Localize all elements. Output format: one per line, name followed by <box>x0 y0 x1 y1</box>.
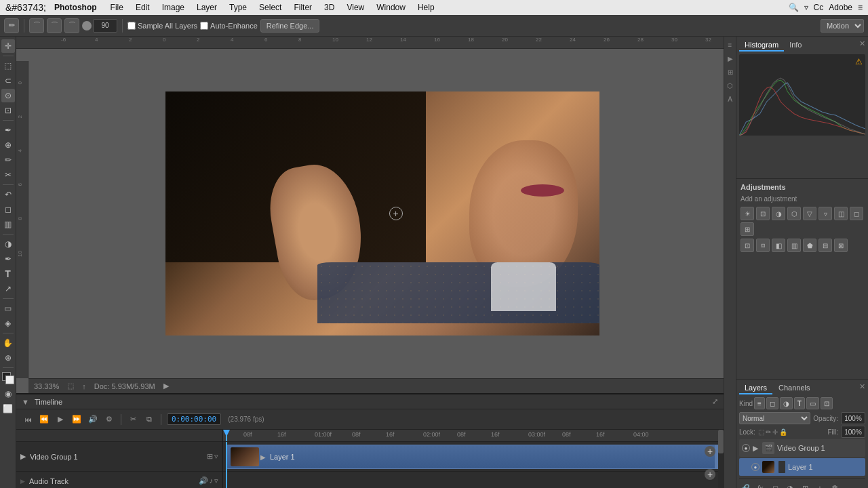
marquee-tool[interactable]: ⬚ <box>1 59 15 73</box>
settings-btn[interactable]: ⚙ <box>103 413 115 426</box>
adj-extra[interactable]: ⊠ <box>834 239 848 252</box>
pen-tool[interactable]: ✒ <box>1 252 15 266</box>
zoom-tool[interactable]: ⊕ <box>1 351 15 365</box>
spotlight-icon[interactable]: 🔍 <box>789 3 799 12</box>
track-settings-icon[interactable]: ▿ <box>214 452 218 461</box>
history-brush-tool[interactable]: ↶ <box>1 188 15 201</box>
playhead-indicator[interactable] <box>226 430 227 441</box>
kind-pixel[interactable]: ◻ <box>766 397 778 409</box>
info-tab[interactable]: Info <box>784 39 807 52</box>
adj-btn[interactable]: ◑ <box>784 482 796 488</box>
heal-tool[interactable]: ⊕ <box>1 138 15 152</box>
lock-transparent[interactable]: ⬚ <box>758 428 764 436</box>
refine-edge-btn[interactable]: Refine Edge... <box>260 19 320 33</box>
adj-colorbalance[interactable]: ▿ <box>818 207 832 220</box>
apple-menu[interactable]: &#63743; <box>5 2 46 13</box>
panel-icon-1[interactable]: ≡ <box>725 39 736 50</box>
video-group-visibility[interactable]: ● <box>742 444 750 452</box>
video-clip[interactable]: ▶ Layer 1 <box>226 445 721 469</box>
adj-photofilter[interactable]: ◻ <box>850 207 863 220</box>
lock-position[interactable]: ✛ <box>772 428 778 436</box>
lasso-tool[interactable]: ⊂ <box>1 74 15 87</box>
panel-icon-3[interactable]: ⊞ <box>725 66 736 77</box>
adj-threshold[interactable]: ◧ <box>772 239 785 252</box>
hist-close[interactable]: ✕ <box>859 39 865 52</box>
3d-tool[interactable]: ◈ <box>1 317 15 330</box>
sample-all-label[interactable]: Sample All Layers <box>127 22 197 30</box>
kind-smart[interactable]: ⊡ <box>821 397 833 409</box>
link-layers-btn[interactable]: 🔗 <box>739 482 751 488</box>
menu-filter[interactable]: Filter <box>288 1 317 14</box>
adj-gradient[interactable]: ▥ <box>787 239 801 252</box>
screen-mode-btn[interactable]: ⬜ <box>1 402 15 415</box>
play-btn-status[interactable]: ▶ <box>163 382 169 390</box>
new-layer-btn[interactable]: + <box>814 482 826 488</box>
collapse-icon[interactable]: ▼ <box>22 398 29 406</box>
channels-tab[interactable]: Channels <box>773 382 815 394</box>
dodge-tool[interactable]: ◑ <box>1 237 15 251</box>
layers-tab[interactable]: Layers <box>739 382 772 394</box>
type-tool[interactable]: T <box>1 267 15 281</box>
video-group-row[interactable]: ● ▶ 🎬 Video Group 1 <box>739 439 865 457</box>
adj-curves[interactable]: ⊡ <box>756 207 770 220</box>
tl-scrollbar[interactable] <box>718 430 724 488</box>
adj-hsl[interactable]: ▽ <box>803 207 816 220</box>
layers-close[interactable]: ✕ <box>859 382 865 394</box>
path-select-tool[interactable]: ↗ <box>1 282 15 296</box>
brush-size-input[interactable] <box>93 19 117 33</box>
menu-type[interactable]: Type <box>224 1 252 14</box>
brush-tool[interactable]: ✏ <box>1 153 15 167</box>
transition-btn[interactable]: ⧉ <box>143 413 155 426</box>
brush-alt-1[interactable]: ⌒ <box>29 18 44 33</box>
foreground-color[interactable] <box>2 372 14 384</box>
audio-mute-icon[interactable]: 🔊 <box>199 476 208 485</box>
brush-tool-btn[interactable]: ✏ <box>4 18 19 33</box>
histogram-tab[interactable]: Histogram <box>739 39 784 52</box>
kind-type[interactable]: T <box>794 397 805 409</box>
gradient-tool[interactable]: ▥ <box>1 218 15 231</box>
go-start-btn[interactable]: ⏮ <box>22 413 34 426</box>
panel-icon-4[interactable]: ⬡ <box>725 80 736 91</box>
lock-image[interactable]: ✏ <box>766 428 771 436</box>
brush-alt-3[interactable]: ⌒ <box>64 18 79 33</box>
layer1-visibility[interactable]: ● <box>751 463 760 471</box>
hand-tool[interactable]: ✋ <box>1 336 15 350</box>
adj-invert[interactable]: ⊡ <box>741 239 754 252</box>
canvas-image[interactable] <box>165 92 599 336</box>
audio-settings-icon[interactable]: ▿ <box>214 476 218 485</box>
brush-alt-2[interactable]: ⌒ <box>47 18 62 33</box>
rectangle-tool[interactable]: ▭ <box>1 302 15 315</box>
opacity-input[interactable] <box>841 412 865 424</box>
menu-3d[interactable]: 3D <box>319 1 340 14</box>
adj-selective[interactable]: ⬟ <box>803 239 816 252</box>
auto-enhance-label[interactable]: Auto-Enhance <box>200 22 258 30</box>
mask-btn[interactable]: ◻ <box>769 482 781 488</box>
adj-exposure[interactable]: ◑ <box>772 207 785 220</box>
clip-expand-icon[interactable]: ▶ <box>260 453 266 461</box>
adj-posterize[interactable]: ⧈ <box>756 239 770 252</box>
menu-select[interactable]: Select <box>254 1 287 14</box>
kind-shape[interactable]: ▭ <box>806 397 819 409</box>
panel-icon-5[interactable]: A <box>725 94 736 104</box>
clone-tool[interactable]: ✂ <box>1 168 15 182</box>
adj-levels[interactable]: ⊟ <box>818 239 832 252</box>
menu-view[interactable]: View <box>341 1 370 14</box>
quick-select-tool[interactable]: ⊙ <box>1 89 15 102</box>
kind-adjustment[interactable]: ◑ <box>780 397 793 409</box>
delete-layer-btn[interactable]: 🗑 <box>829 482 841 488</box>
layer1-row[interactable]: ● Layer 1 <box>739 458 865 476</box>
track-add-media-icon[interactable]: ⊞ <box>207 452 213 461</box>
adj-brightness[interactable]: ☀ <box>741 207 754 220</box>
quick-mask-btn[interactable]: ◉ <box>1 387 15 401</box>
menu-window[interactable]: Window <box>371 1 411 14</box>
kind-all[interactable]: ≡ <box>754 397 765 409</box>
share-icon[interactable]: ↑ <box>82 382 86 390</box>
audio-music-icon[interactable]: ♪ <box>210 476 214 485</box>
group-btn[interactable]: ⊞ <box>799 482 811 488</box>
auto-enhance-checkbox[interactable] <box>200 22 208 30</box>
timeline-tracks-right[interactable]: 08f 16f 01:00f 08f 16f 02:00f 08f 16f 03… <box>223 430 724 488</box>
step-forward-btn[interactable]: ⏩ <box>71 413 83 426</box>
audio-btn[interactable]: 🔊 <box>87 413 99 426</box>
layers-mode-select[interactable]: Normal <box>739 412 810 424</box>
menu-file[interactable]: File <box>105 1 129 14</box>
